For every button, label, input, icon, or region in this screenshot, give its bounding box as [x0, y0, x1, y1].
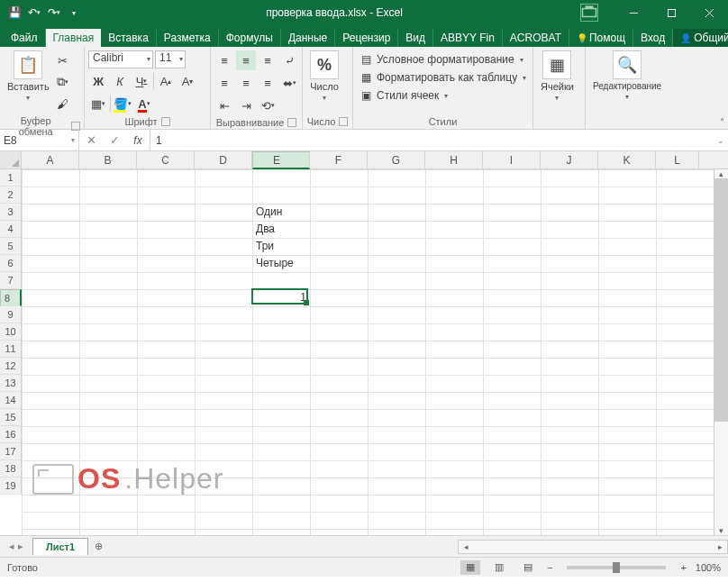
col-header-G[interactable]: G	[368, 151, 425, 168]
tell-me[interactable]: Помощ	[569, 29, 633, 47]
launcher-icon[interactable]	[287, 118, 296, 127]
row-header-7[interactable]: 7	[0, 272, 22, 289]
row-header-6[interactable]: 6	[0, 255, 22, 272]
cell-E3[interactable]: Один	[252, 204, 310, 221]
row-header-4[interactable]: 4	[0, 221, 22, 238]
col-header-L[interactable]: L	[656, 151, 699, 168]
col-header-E[interactable]: E	[252, 151, 310, 169]
fx-icon[interactable]: fx	[126, 134, 150, 147]
align-top-icon[interactable]: ≡	[214, 50, 234, 70]
col-header-A[interactable]: A	[22, 151, 79, 168]
increase-font-icon[interactable]: A▴	[156, 71, 176, 91]
tab-abbyy fin[interactable]: ABBYY Fin	[433, 29, 503, 47]
undo-icon[interactable]: ↶▾	[27, 5, 41, 20]
qat-customize-icon[interactable]: ▾	[67, 5, 81, 20]
decrease-indent-icon[interactable]: ⇤	[214, 95, 234, 115]
tab-данные[interactable]: Данные	[281, 29, 335, 47]
row-header-10[interactable]: 10	[0, 323, 22, 341]
align-center-icon[interactable]: ≡	[236, 73, 256, 93]
formula-input[interactable]: 1⌄	[150, 130, 728, 150]
signin[interactable]: Вход	[633, 29, 673, 47]
row-header-1[interactable]: 1	[0, 169, 22, 186]
row-header-3[interactable]: 3	[0, 204, 22, 221]
font-color-icon[interactable]: A▾	[134, 94, 154, 114]
tab-file[interactable]: Файл	[4, 29, 46, 47]
close-button[interactable]	[690, 0, 728, 25]
paste-button[interactable]: 📋 Вставить ▾	[4, 49, 53, 104]
page-layout-view-icon[interactable]: ▥	[489, 560, 509, 575]
cell-E4[interactable]: Два	[252, 221, 310, 238]
expand-formula-icon[interactable]: ⌄	[717, 136, 724, 145]
italic-button[interactable]: К	[110, 71, 130, 91]
col-header-I[interactable]: I	[483, 151, 541, 168]
align-middle-icon[interactable]: ≡	[236, 50, 256, 70]
tab-рецензир[interactable]: Рецензир	[335, 29, 398, 47]
zoom-level[interactable]: 100%	[696, 562, 721, 573]
tab-acrobat[interactable]: ACROBAT	[503, 29, 569, 47]
tab-вид[interactable]: Вид	[398, 29, 433, 47]
row-header-8[interactable]: 8	[0, 289, 22, 306]
merge-icon[interactable]: ⬌▾	[279, 73, 299, 93]
cells-button[interactable]: ▦Ячейки▾	[537, 49, 578, 104]
col-header-D[interactable]: D	[195, 151, 252, 168]
row-header-18[interactable]: 18	[0, 460, 22, 477]
maximize-button[interactable]	[652, 0, 690, 25]
launcher-icon[interactable]	[339, 117, 348, 126]
name-box[interactable]: E8▾	[0, 130, 79, 150]
row-header-9[interactable]: 9	[0, 306, 22, 323]
decrease-font-icon[interactable]: A▾	[177, 71, 197, 91]
borders-icon[interactable]: ▦▾	[88, 94, 108, 114]
col-header-C[interactable]: C	[137, 151, 195, 168]
new-sheet-button[interactable]: ⊕	[88, 541, 108, 552]
format-as-table-button[interactable]: ▦Форматировать как таблицу▾	[357, 69, 528, 86]
row-header-15[interactable]: 15	[0, 409, 22, 426]
cell-styles-button[interactable]: ▣Стили ячеек▾	[357, 87, 450, 104]
bold-button[interactable]: Ж	[88, 71, 108, 91]
editing-button[interactable]: 🔍Редактирование▾	[589, 49, 665, 103]
sheet-nav[interactable]: ◂ ▸	[0, 541, 32, 552]
increase-indent-icon[interactable]: ⇥	[236, 95, 256, 115]
zoom-out-button[interactable]: −	[547, 562, 552, 573]
conditional-formatting-button[interactable]: ▤Условное форматирование▾	[357, 51, 525, 68]
col-header-J[interactable]: J	[541, 151, 598, 168]
vertical-scrollbar[interactable]: ▴ ▾	[714, 169, 728, 535]
row-header-13[interactable]: 13	[0, 375, 22, 392]
align-right-icon[interactable]: ≡	[258, 73, 278, 93]
format-painter-icon[interactable]: 🖌	[53, 94, 73, 114]
zoom-slider[interactable]	[567, 566, 666, 569]
fill-color-icon[interactable]: 🪣▾	[113, 94, 132, 114]
collapse-ribbon-icon[interactable]: ˄	[720, 117, 724, 127]
tab-формулы[interactable]: Формулы	[219, 29, 281, 47]
row-header-2[interactable]: 2	[0, 186, 22, 204]
orientation-icon[interactable]: ⟲▾	[258, 95, 278, 115]
col-header-F[interactable]: F	[310, 151, 368, 168]
wrap-text-icon[interactable]: ⤶	[279, 50, 299, 70]
cancel-icon[interactable]: ✕	[79, 133, 103, 147]
underline-button[interactable]: Ч▾	[132, 71, 151, 91]
cell-E5[interactable]: Три	[252, 238, 310, 255]
cells-area[interactable]: ОдинДваТриЧетыре1	[22, 169, 714, 535]
row-header-5[interactable]: 5	[0, 238, 22, 255]
row-header-11[interactable]: 11	[0, 341, 22, 358]
redo-icon[interactable]: ↷▾	[47, 5, 61, 20]
cell-E8[interactable]: 1	[252, 289, 310, 306]
row-header-12[interactable]: 12	[0, 358, 22, 375]
sheet-tab-active[interactable]: Лист1	[32, 538, 88, 555]
row-header-16[interactable]: 16	[0, 426, 22, 443]
row-header-19[interactable]: 19	[0, 477, 22, 495]
enter-icon[interactable]: ✓	[103, 133, 126, 147]
select-all-button[interactable]	[0, 151, 22, 168]
tab-вставка[interactable]: Вставка	[101, 29, 157, 47]
font-size-select[interactable]: 11▾	[155, 50, 186, 68]
align-left-icon[interactable]: ≡	[214, 73, 234, 93]
cut-icon[interactable]: ✂	[53, 50, 73, 70]
zoom-in-button[interactable]: +	[680, 562, 686, 573]
tab-главная[interactable]: Главная	[46, 29, 102, 47]
row-header-17[interactable]: 17	[0, 443, 22, 460]
copy-icon[interactable]: ⧉▾	[53, 72, 73, 92]
align-bottom-icon[interactable]: ≡	[258, 50, 278, 70]
col-header-B[interactable]: B	[79, 151, 137, 168]
ribbon-display-options-icon[interactable]	[580, 4, 598, 22]
row-header-14[interactable]: 14	[0, 392, 22, 409]
font-name-select[interactable]: Calibri▾	[88, 50, 153, 68]
